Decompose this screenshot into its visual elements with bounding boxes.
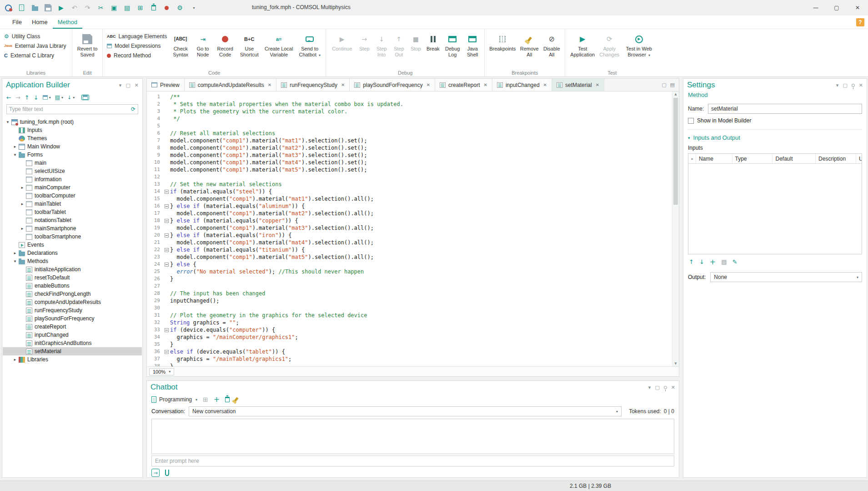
tree-item-computeandupdateresults[interactable]: computeAndUpdateResults bbox=[3, 298, 142, 306]
line-number[interactable]: 1 bbox=[147, 93, 163, 101]
tab-method[interactable]: Method bbox=[53, 16, 82, 29]
save-icon[interactable] bbox=[42, 2, 54, 14]
fold-toggle-icon[interactable] bbox=[163, 232, 170, 239]
line-number[interactable]: 24 bbox=[147, 261, 163, 268]
view-mode-dropdown[interactable]: ▾ bbox=[43, 95, 51, 100]
code-line[interactable]: 38} bbox=[147, 363, 672, 366]
tree-item-maincomputer[interactable]: ▸mainComputer bbox=[3, 183, 142, 192]
undo-icon[interactable]: ↶ bbox=[69, 2, 80, 14]
conversation-select[interactable]: New conversation ▾ bbox=[189, 406, 622, 416]
close-tab-icon[interactable]: ✕ bbox=[543, 82, 547, 87]
code-line[interactable]: 25 error("No material selected"); //This… bbox=[147, 268, 672, 275]
line-number[interactable]: 7 bbox=[147, 137, 163, 144]
line-number[interactable]: 35 bbox=[147, 341, 163, 348]
close-tab-icon[interactable]: ✕ bbox=[596, 82, 599, 87]
tree-item-toolbartablet[interactable]: toolbarTablet bbox=[3, 208, 142, 216]
tree-item-mainsmartphone[interactable]: ▸mainSmartphone bbox=[3, 224, 142, 233]
use-shortcut-button[interactable]: B+C Use Shortcut bbox=[237, 32, 261, 60]
model-builder-switch-icon[interactable] bbox=[81, 95, 89, 100]
tree-item-selectuisize[interactable]: selectUISize bbox=[3, 167, 142, 175]
column-header-un[interactable]: Un bbox=[856, 154, 862, 163]
restore-pane-icon[interactable]: ▢ bbox=[662, 82, 666, 88]
output-select[interactable]: None ▾ bbox=[710, 272, 862, 282]
show-in-model-builder-checkbox[interactable] bbox=[688, 118, 694, 124]
zoom-control[interactable]: 100% ▾ bbox=[149, 368, 174, 375]
line-number[interactable]: 16 bbox=[147, 202, 163, 210]
code-line[interactable]: 8model.component("comp1").material("mat2… bbox=[147, 144, 672, 152]
tree-item-libraries[interactable]: ▸Libraries bbox=[3, 355, 142, 364]
move-up-icon[interactable]: ↑ bbox=[25, 94, 30, 101]
panel-close-icon[interactable]: ✕ bbox=[859, 82, 863, 88]
nav-back-icon[interactable]: ← bbox=[6, 94, 11, 101]
code-line[interactable]: 24} else { bbox=[147, 261, 672, 268]
panel-menu-icon[interactable]: ▾ bbox=[648, 385, 651, 390]
step-into-button[interactable]: ↓ Step Into bbox=[373, 32, 390, 60]
code-line[interactable]: 9model.component("comp1").material("mat3… bbox=[147, 152, 672, 159]
model-expressions-button[interactable]: Model Expressions bbox=[105, 43, 168, 49]
line-number[interactable]: 10 bbox=[147, 159, 163, 166]
tree-item-information[interactable]: information bbox=[3, 175, 142, 183]
code-line[interactable]: 29inputChanged(); bbox=[147, 297, 672, 304]
code-line[interactable]: 23 model.component("comp1").material("ma… bbox=[147, 253, 672, 261]
editor-tab-preview[interactable]: Preview bbox=[147, 79, 185, 91]
code-line[interactable]: 12 bbox=[147, 173, 672, 181]
filter-input[interactable] bbox=[9, 106, 131, 112]
code-line[interactable]: 37 graphics = "/mainTablet/graphics1"; bbox=[147, 355, 672, 363]
panel-float-icon[interactable]: ▢ bbox=[125, 82, 130, 88]
line-number[interactable]: 13 bbox=[147, 181, 163, 188]
collapse-icon[interactable]: ▾ bbox=[5, 120, 11, 124]
record-method-button[interactable]: Record Method bbox=[105, 52, 168, 59]
line-number[interactable]: 36 bbox=[147, 348, 163, 355]
collapse-icon[interactable]: ▾ bbox=[12, 152, 18, 157]
expand-icon[interactable]: ▸ bbox=[19, 202, 25, 206]
code-line[interactable]: 11model.component("comp1").material("mat… bbox=[147, 166, 672, 173]
tree-item-inputs[interactable]: Inputs bbox=[3, 126, 142, 134]
code-line[interactable]: 2 * Sets the material properties when th… bbox=[147, 101, 672, 108]
open-icon[interactable] bbox=[29, 2, 40, 14]
line-number[interactable]: 33 bbox=[147, 326, 163, 334]
expand-icon[interactable]: ▸ bbox=[19, 185, 25, 190]
test-in-web-browser-button[interactable]: ▶ Test in Web Browser ▾ bbox=[622, 32, 656, 60]
paste-icon[interactable]: ▤ bbox=[121, 2, 133, 14]
line-number[interactable]: 30 bbox=[147, 304, 163, 312]
toolbar-options-caret[interactable]: ▾ bbox=[188, 2, 200, 14]
line-number[interactable]: 14 bbox=[147, 188, 163, 195]
panel-float-icon[interactable]: ▢ bbox=[655, 385, 659, 390]
line-number[interactable]: 27 bbox=[147, 283, 163, 290]
break-button[interactable]: Break bbox=[424, 32, 442, 54]
code-line[interactable]: 19 model.component("comp1").material("ma… bbox=[147, 224, 672, 232]
tree-item-resettodefault[interactable]: resetToDefault bbox=[3, 273, 142, 282]
external-c-library-button[interactable]: C External C Library bbox=[3, 52, 68, 59]
line-number[interactable]: 29 bbox=[147, 297, 163, 304]
editor-tab-createreport[interactable]: createReport✕ bbox=[435, 79, 492, 91]
tree-item-runfrequencystudy[interactable]: runFrequencyStudy bbox=[3, 306, 142, 314]
code-line[interactable]: 20} else if (material.equals("iron")) { bbox=[147, 232, 672, 239]
code-line[interactable]: 1/** bbox=[147, 93, 672, 101]
java-shell-button[interactable]: Java Shell bbox=[463, 32, 482, 60]
tab-file[interactable]: File bbox=[7, 16, 27, 29]
fold-toggle-icon[interactable] bbox=[163, 217, 170, 224]
step-button[interactable]: → Step bbox=[356, 32, 372, 54]
tree-item-main[interactable]: main bbox=[3, 159, 142, 167]
close-button[interactable]: ✕ bbox=[847, 0, 868, 15]
code-line[interactable]: 27 bbox=[147, 283, 672, 290]
minimize-button[interactable]: — bbox=[805, 0, 826, 15]
help-icon[interactable]: ? bbox=[856, 18, 864, 26]
line-number[interactable]: 15 bbox=[147, 195, 163, 202]
tree-item-maintablet[interactable]: ▸mainTablet bbox=[3, 200, 142, 208]
move-down-icon[interactable]: ↓ bbox=[34, 94, 39, 101]
code-line[interactable]: 21 model.component("comp1").material("ma… bbox=[147, 239, 672, 246]
new-conversation-icon[interactable]: + bbox=[214, 396, 220, 403]
send-to-chatbot-button[interactable]: Send to Chatbot ▾ bbox=[296, 32, 323, 60]
scroll-down-icon[interactable]: ▼ bbox=[672, 362, 679, 365]
line-number[interactable]: 31 bbox=[147, 312, 163, 319]
scroll-up-icon[interactable]: ▲ bbox=[672, 92, 679, 96]
line-number[interactable]: 37 bbox=[147, 355, 163, 363]
remove-all-button[interactable]: Remove All bbox=[518, 32, 540, 60]
load-icon[interactable]: ▤ bbox=[721, 258, 727, 265]
debug-log-button[interactable]: Debug Log bbox=[442, 32, 462, 60]
tree-item-createreport[interactable]: createReport bbox=[3, 323, 142, 331]
code-line[interactable]: 3 * Plots the geometry with the current … bbox=[147, 108, 672, 115]
test-application-button[interactable]: ▶ Test Application bbox=[568, 32, 597, 60]
line-number[interactable]: 5 bbox=[147, 122, 163, 130]
